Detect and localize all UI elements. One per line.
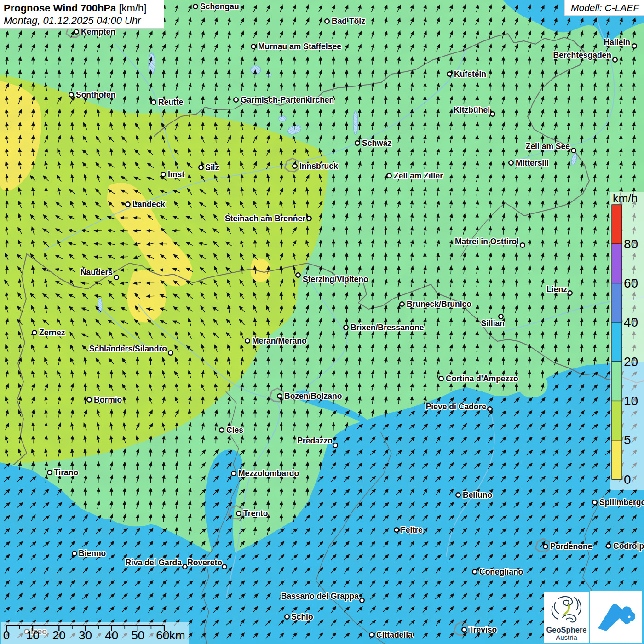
city-dot: [151, 100, 156, 104]
city-dot: [72, 551, 77, 556]
city: Innsbruck: [293, 161, 338, 171]
city-dot: [126, 202, 130, 207]
city-label: Cortina d'Ampezzo: [446, 374, 518, 383]
city-dot: [114, 275, 119, 280]
city-dot: [369, 632, 374, 637]
city-label: Rovereto: [187, 558, 222, 567]
city-label: Garmisch-Partenkirchen: [241, 95, 334, 104]
city-dot: [488, 407, 492, 411]
city-dot: [193, 4, 198, 9]
city-label: Sonthofen: [76, 90, 116, 99]
city-label: Silz: [205, 163, 219, 172]
city-label: Feltre: [401, 525, 423, 535]
city-label: Cles: [226, 426, 243, 435]
city-dot: [183, 564, 187, 569]
city-dot: [277, 394, 282, 398]
city-label: Nauders: [80, 268, 113, 277]
city-dot: [509, 161, 513, 165]
city-label: Trento: [243, 509, 268, 518]
city-label: Bozen/Bolzano: [284, 391, 342, 401]
city-label: Codroipo: [613, 541, 644, 551]
city: Murnau am Staffelsee: [251, 42, 341, 51]
geosphere-name: GeoSphere: [544, 626, 589, 634]
legend-tick-label: 20: [624, 355, 638, 369]
map-title: Prognose Wind 700hPa [km/h]: [4, 2, 164, 14]
legend-segment: [612, 322, 622, 362]
city-label: Innsbruck: [299, 161, 338, 171]
wind-forecast-map: SchongauBad TölzKemptenMurnau am Staffel…: [0, 0, 644, 644]
city: Brixen/Bressanone: [344, 323, 424, 332]
city: Mezzolombardo: [231, 469, 299, 478]
city-label: Bienno: [79, 549, 106, 558]
city-dot: [387, 173, 391, 178]
city-label: Bormio: [94, 395, 122, 404]
city: Pordenone: [543, 542, 592, 551]
city-label: Mittersill: [516, 158, 549, 167]
scalebar-label: 60km: [156, 628, 185, 642]
city-label: Schwaz: [362, 138, 391, 148]
city-label: Treviso: [469, 625, 497, 634]
city-label: Bassano del Grappa: [281, 592, 359, 601]
legend-tick-label: 5: [624, 433, 631, 447]
city-dot: [520, 243, 525, 247]
city-dot: [355, 141, 360, 145]
city: Sterzing/Vipiteno: [296, 273, 368, 284]
city-label: Pieve di Cadore: [426, 402, 487, 411]
city: Cittadella: [369, 630, 413, 639]
city-dot: [69, 92, 74, 97]
city-dot: [490, 112, 495, 116]
city-label: Reutte: [158, 98, 184, 107]
legend-segment: [612, 244, 622, 283]
city-dot: [296, 273, 300, 277]
map-canvas: SchongauBad TölzKemptenMurnau am Staffel…: [0, 0, 644, 644]
city: Conegliano: [472, 567, 523, 576]
city: Meran/Merano: [245, 336, 306, 345]
legend-tick-label: 40: [624, 315, 638, 329]
city-label: Imst: [168, 170, 184, 179]
scale-bar: 0102030405060km: [1, 622, 189, 644]
mountain-cloud-icon: [590, 591, 642, 643]
city-dot: [32, 330, 37, 335]
legend-segment: [612, 440, 622, 479]
city-dot: [568, 291, 572, 295]
city-label: Landeck: [132, 200, 165, 209]
city: Zell am Ziller: [387, 171, 443, 180]
city-dot: [543, 544, 548, 549]
city-label: Matrei in Osttirol: [455, 237, 519, 246]
city-label: Zell am Ziller: [394, 171, 443, 180]
city-dot: [394, 528, 399, 532]
city: Garmisch-Partenkirchen: [234, 95, 334, 104]
city-dot: [285, 615, 289, 619]
city-dot: [472, 569, 477, 574]
city-label: Berchtesgaden: [553, 51, 611, 60]
city-label: Conegliano: [479, 567, 523, 576]
city-dot: [333, 443, 338, 448]
scalebar-label: 30: [79, 628, 92, 642]
scalebar-label: 50: [131, 628, 144, 642]
city-dot: [606, 544, 611, 548]
city-label: Schongau: [200, 2, 239, 11]
legend-unit: km/h: [613, 192, 638, 205]
city-label: Brixen/Bressanone: [351, 323, 424, 332]
city-dot: [447, 72, 452, 76]
city: Cortina d'Ampezzo: [439, 374, 518, 383]
city-dot: [307, 216, 311, 221]
city: Spilimbergo: [592, 498, 644, 507]
city-dot: [571, 148, 576, 153]
scalebar-label: 10: [26, 628, 40, 642]
city-dot: [344, 325, 348, 330]
city: Pieve di Cadore: [426, 402, 492, 411]
city-label: Bad Tölz: [332, 17, 365, 26]
city: Steinach am Brenner: [225, 214, 311, 223]
legend-segment: [612, 205, 622, 244]
city-label: Zernez: [39, 328, 65, 337]
city-label: Kitzbühel: [454, 105, 490, 115]
city-label: Zell am See: [526, 142, 570, 151]
city-label: Sillian: [481, 319, 505, 328]
geosphere-country: Austria: [544, 634, 589, 641]
city-dot: [499, 314, 503, 319]
city-dot: [400, 302, 404, 306]
scalebar-label: 20: [52, 628, 66, 642]
city-label: Murnau am Staffelsee: [258, 42, 341, 51]
city-dot: [219, 428, 224, 432]
